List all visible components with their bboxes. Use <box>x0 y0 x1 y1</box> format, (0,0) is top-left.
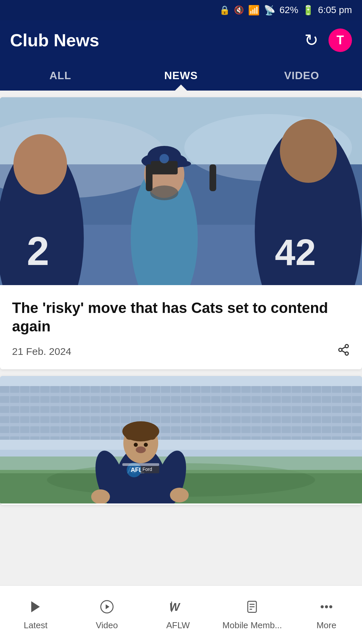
tabs-bar: ALL NEWS VIDEO <box>0 60 362 91</box>
svg-point-62 <box>325 605 328 608</box>
article-meta: 21 Feb. 2024 <box>12 343 350 359</box>
article-date: 21 Feb. 2024 <box>12 346 71 357</box>
svg-rect-20 <box>209 164 216 191</box>
bottom-nav: Latest Video W AFLW <box>0 585 362 644</box>
svg-point-39 <box>136 446 146 453</box>
svg-line-26 <box>342 347 346 349</box>
more-icon <box>319 599 334 618</box>
article-2-hero-image: AFL AFL Ford <box>0 376 362 503</box>
latest-icon <box>28 599 43 618</box>
svg-marker-52 <box>31 601 40 612</box>
status-icons: 🔒 🔇 📶 📡 62% 🔋 6:05 pm <box>219 5 352 16</box>
article-card[interactable]: 2 42 The <box>0 97 362 369</box>
svg-text:2: 2 <box>27 228 49 273</box>
svg-rect-19 <box>146 164 153 191</box>
article-card-2[interactable]: AFL AFL Ford <box>0 376 362 505</box>
content-area: 2 42 The <box>0 97 362 572</box>
svg-line-25 <box>342 351 346 353</box>
wifi-icon: 📶 <box>248 5 260 16</box>
telstra-letter: T <box>337 33 344 47</box>
svg-point-17 <box>150 185 178 200</box>
share-button[interactable] <box>337 343 350 359</box>
battery-level: 62% <box>280 5 298 15</box>
svg-marker-54 <box>106 604 109 609</box>
status-time: 6:05 pm <box>318 5 352 15</box>
battery-icon: 🔋 <box>302 5 314 16</box>
svg-point-50 <box>170 488 189 502</box>
nav-video-label: Video <box>96 620 118 631</box>
article-title: The 'risky' move that has Cats set to co… <box>12 299 350 335</box>
nav-aflw-label: AFLW <box>166 620 190 631</box>
svg-point-41 <box>144 443 148 447</box>
svg-point-63 <box>329 605 332 608</box>
video-icon <box>100 599 114 618</box>
article-hero-image: 2 42 <box>0 97 362 285</box>
nav-mobile-members[interactable]: Mobile Memb... <box>223 599 282 631</box>
nav-latest[interactable]: Latest <box>9 599 62 631</box>
mute-icon: 🔇 <box>234 5 244 15</box>
app-header: Club News ↻ T <box>0 20 362 60</box>
svg-rect-31 <box>0 386 362 440</box>
svg-rect-51 <box>122 463 159 466</box>
card-icon <box>245 599 259 618</box>
svg-text:AFL: AFL <box>131 467 142 473</box>
header-actions: ↻ T <box>304 29 352 52</box>
aflw-icon: W <box>169 599 187 618</box>
svg-text:Ford: Ford <box>142 467 152 472</box>
nav-more[interactable]: More <box>300 599 353 631</box>
svg-text:42: 42 <box>275 231 316 273</box>
nav-more-label: More <box>316 620 336 631</box>
nav-video[interactable]: Video <box>80 599 134 631</box>
svg-point-7 <box>13 134 67 195</box>
tab-video[interactable]: VIDEO <box>241 60 362 91</box>
signal-icon: 📡 <box>264 5 276 16</box>
refresh-button[interactable]: ↻ <box>304 31 318 50</box>
article-body: The 'risky' move that has Cats set to co… <box>0 286 362 369</box>
telstra-logo[interactable]: T <box>328 29 352 52</box>
svg-point-40 <box>134 443 138 447</box>
page-title: Club News <box>10 30 99 50</box>
nav-members-label: Mobile Memb... <box>223 620 282 631</box>
tab-all[interactable]: ALL <box>0 60 121 91</box>
svg-point-21 <box>160 154 169 163</box>
svg-point-10 <box>280 119 337 183</box>
lock-icon: 🔒 <box>219 5 230 15</box>
svg-rect-38 <box>126 428 156 440</box>
svg-text:W: W <box>169 601 181 613</box>
svg-point-49 <box>91 489 110 503</box>
tab-news[interactable]: NEWS <box>121 60 241 91</box>
status-bar: 🔒 🔇 📶 📡 62% 🔋 6:05 pm <box>0 0 362 20</box>
svg-point-61 <box>320 605 323 608</box>
nav-aflw[interactable]: W AFLW <box>151 599 205 631</box>
nav-latest-label: Latest <box>24 620 48 631</box>
